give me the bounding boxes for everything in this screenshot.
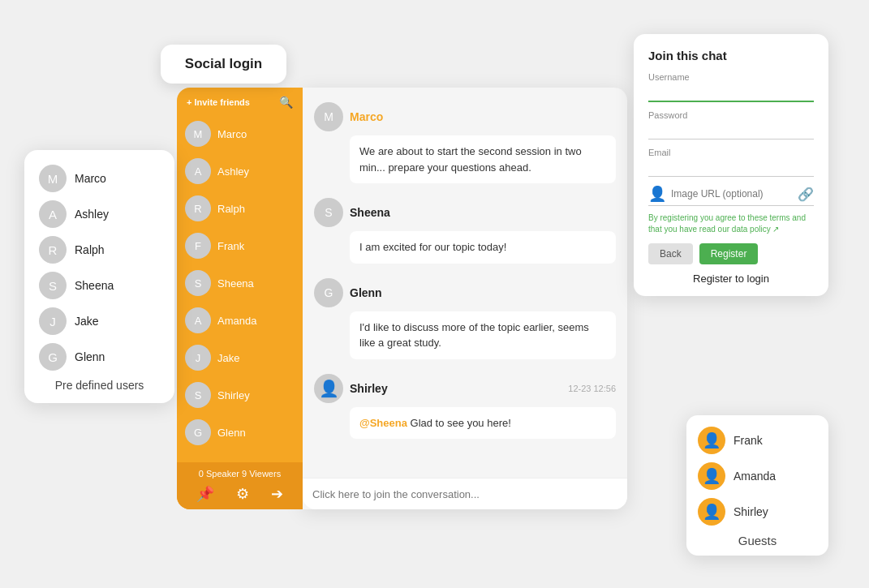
message-header-sheena: S Sheena (314, 198, 616, 227)
message-sheena: S Sheena I am excited for our topic toda… (314, 198, 616, 264)
sidebar-avatar-marco: M (185, 121, 211, 147)
predefined-user-marco[interactable]: M Marco (39, 165, 160, 192)
search-icon[interactable]: 🔍 (279, 96, 293, 109)
sidebar-item-amanda[interactable]: A Amanda (177, 302, 303, 339)
message-sender-glenn: Glenn (350, 286, 382, 299)
message-avatar-glenn: G (314, 278, 343, 307)
mention-sheena: @Sheena (359, 417, 407, 429)
predefined-user-ralph[interactable]: R Ralph (39, 236, 160, 264)
message-bubble-shirley: @Sheena Glad to see you here! (350, 407, 616, 440)
guest-avatar-amanda: 👤 (698, 462, 725, 490)
message-avatar-marco: M (314, 102, 343, 131)
back-button[interactable]: Back (648, 243, 693, 264)
sidebar-avatar-shirley: S (185, 382, 211, 408)
exit-icon[interactable]: ➔ (271, 485, 283, 503)
predefined-user-name-sheena: Sheena (75, 279, 114, 292)
message-bubble-glenn: I'd like to discuss more of the topic ea… (350, 311, 616, 359)
avatar-sheena: S (39, 272, 67, 299)
guest-frank[interactable]: 👤 Frank (698, 427, 817, 454)
message-time-shirley: 12-23 12:56 (568, 384, 616, 393)
invite-friends-label[interactable]: + Invite friends (187, 97, 250, 107)
username-input[interactable] (648, 84, 814, 102)
guest-shirley[interactable]: 👤 Shirley (698, 498, 817, 526)
register-button[interactable]: Register (699, 243, 759, 264)
join-panel: Join this chat Username Password Email 👤… (634, 34, 828, 296)
password-input[interactable] (648, 122, 814, 139)
predefined-user-sheena[interactable]: S Sheena (39, 272, 160, 299)
avatar-jake: J (39, 307, 67, 335)
register-login-text: Register to login (648, 273, 814, 285)
sidebar-avatar-ralph: R (185, 195, 211, 221)
social-login-card: Social login (161, 45, 286, 84)
avatar-ashley: A (39, 200, 67, 228)
sidebar-footer: 0 Speaker 9 Viewers 📌 ⚙ ➔ (177, 462, 303, 509)
message-header-glenn: G Glenn (314, 278, 616, 307)
sidebar-item-marco[interactable]: M Marco (177, 115, 303, 152)
pin-icon[interactable]: 📌 (196, 485, 214, 503)
sidebar-name-ashley: Ashley (217, 165, 249, 178)
avatar-glenn: G (39, 343, 67, 371)
message-sender-marco: Marco (350, 110, 383, 123)
link-icon: 🔗 (798, 187, 814, 202)
chat-input[interactable] (312, 488, 617, 500)
sidebar-name-frank: Frank (217, 240, 244, 252)
guest-name-amanda: Amanda (733, 470, 776, 483)
message-header-marco: M Marco (314, 102, 616, 131)
message-header-shirley: 👤 Shirley 12-23 12:56 (314, 374, 616, 403)
sidebar-header: + Invite friends 🔍 (177, 88, 303, 115)
message-bubble-marco: We are about to start the second session… (350, 135, 616, 183)
sidebar-name-jake: Jake (217, 352, 239, 364)
predefined-user-glenn[interactable]: G Glenn (39, 343, 160, 371)
predefined-user-name-ralph: Ralph (75, 243, 105, 256)
person-icon: 👤 (648, 185, 666, 203)
sidebar-avatar-glenn: G (185, 419, 211, 445)
sidebar-avatar-amanda: A (185, 307, 211, 333)
predefined-user-name-ashley: Ashley (75, 208, 109, 221)
sidebar-name-glenn: Glenn (217, 427, 246, 439)
guest-avatar-shirley: 👤 (698, 498, 725, 526)
sidebar-item-sheena[interactable]: S Sheena (177, 264, 303, 302)
message-bubble-sheena: I am excited for our topic today! (350, 231, 616, 264)
sidebar-item-ralph[interactable]: R Ralph (177, 190, 303, 227)
email-input[interactable] (648, 159, 814, 177)
guest-name-shirley: Shirley (733, 505, 768, 518)
image-url-input[interactable] (671, 188, 798, 200)
predefined-user-name-glenn: Glenn (75, 350, 105, 363)
join-panel-title: Join this chat (648, 49, 814, 62)
image-url-row: 👤 🔗 (648, 185, 814, 206)
guest-amanda[interactable]: 👤 Amanda (698, 462, 817, 490)
message-glenn: G Glenn I'd like to discuss more of the … (314, 278, 616, 359)
sidebar-avatar-ashley: A (185, 158, 211, 184)
message-shirley: 👤 Shirley 12-23 12:56 @Sheena Glad to se… (314, 374, 616, 440)
sidebar: + Invite friends 🔍 M Marco A Ashley R Ra… (177, 88, 303, 509)
message-marco: M Marco We are about to start the second… (314, 102, 616, 183)
footer-icons: 📌 ⚙ ➔ (185, 485, 295, 503)
guests-panel: 👤 Frank 👤 Amanda 👤 Shirley Guests (686, 415, 828, 556)
predefined-user-name-jake: Jake (75, 315, 99, 328)
username-label: Username (648, 72, 814, 82)
message-sender-shirley: Shirley (350, 382, 388, 395)
message-sender-sheena: Sheena (350, 206, 390, 219)
sidebar-name-marco: Marco (217, 128, 247, 140)
sidebar-item-glenn[interactable]: G Glenn (177, 414, 303, 451)
sidebar-name-ralph: Ralph (217, 203, 245, 215)
sidebar-avatar-jake: J (185, 345, 211, 371)
predefined-user-ashley[interactable]: A Ashley (39, 200, 160, 228)
email-label: Email (648, 148, 814, 157)
predefined-user-name-marco: Marco (75, 172, 106, 185)
sidebar-item-shirley[interactable]: S Shirley (177, 376, 303, 414)
predefined-user-jake[interactable]: J Jake (39, 307, 160, 335)
sidebar-name-sheena: Sheena (217, 277, 254, 290)
sidebar-avatar-frank: F (185, 233, 211, 259)
terms-text[interactable]: By registering you agree to these terms … (648, 212, 814, 235)
sidebar-item-ashley[interactable]: A Ashley (177, 152, 303, 190)
sidebar-item-jake[interactable]: J Jake (177, 339, 303, 376)
chat-input-area[interactable] (303, 478, 627, 509)
gear-icon[interactable]: ⚙ (236, 485, 249, 503)
guests-panel-title: Guests (698, 534, 817, 547)
avatar-marco: M (39, 165, 67, 192)
social-login-title: Social login (185, 56, 262, 71)
chat-panel: M Marco We are about to start the second… (303, 88, 627, 509)
message-avatar-shirley: 👤 (314, 374, 343, 403)
sidebar-item-frank[interactable]: F Frank (177, 227, 303, 264)
